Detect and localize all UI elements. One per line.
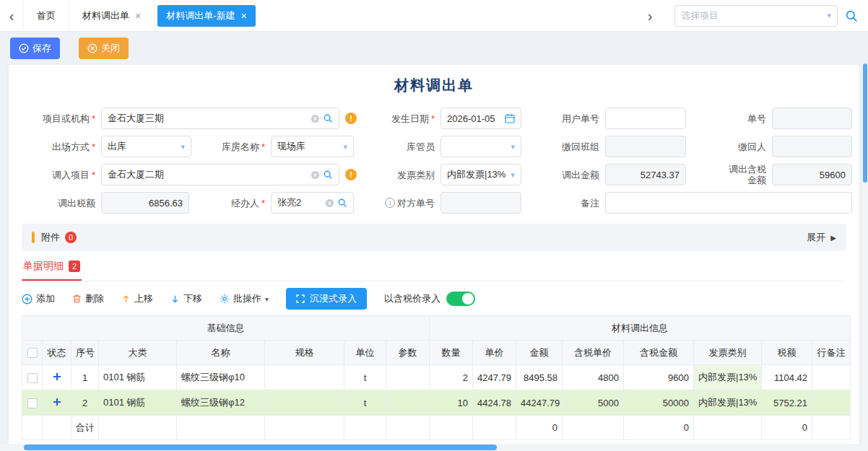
tabs-scroll-right-icon[interactable]: › [638, 0, 661, 32]
cell-category[interactable]: 0101 钢筋 [99, 365, 177, 390]
move-down-button[interactable]: 下移 [170, 292, 202, 305]
row-checkbox[interactable] [27, 373, 38, 383]
occur-date-field[interactable] [440, 108, 521, 129]
tabs-scroll-left-icon[interactable]: ‹ [0, 0, 23, 32]
project-org-field[interactable] [101, 108, 339, 129]
clear-icon[interactable] [311, 170, 320, 180]
calendar-icon[interactable] [505, 113, 515, 123]
cell-invoice[interactable]: 内部发票|13% [694, 365, 762, 390]
return-person-label: 缴回人 [686, 141, 772, 152]
out-method-select[interactable]: 出库 ▾ [101, 136, 191, 157]
close-icon[interactable]: × [241, 10, 247, 22]
user-no-label: 用户单号 [521, 113, 605, 124]
tab-home[interactable]: 首页 [23, 0, 69, 32]
occur-date-input[interactable] [447, 113, 502, 124]
close-form-button[interactable]: 关闭 [79, 38, 129, 59]
row-checkbox[interactable] [27, 398, 38, 408]
clear-icon[interactable] [311, 114, 320, 123]
expand-toggle[interactable]: 展开 ▶ [807, 231, 836, 244]
search-icon[interactable] [323, 170, 333, 180]
cell-tax-price[interactable]: 4800 [563, 365, 624, 390]
table-row[interactable]: 1 0101 钢筋 螺纹三级钢φ10 t 2 4247.79 8495.58 4… [22, 365, 851, 390]
select-all-checkbox[interactable] [27, 348, 38, 358]
immersive-entry-button[interactable]: 沉浸式录入 [286, 288, 367, 310]
col-remark: 行备注 [812, 341, 851, 365]
user-no-input[interactable] [612, 113, 680, 124]
col-param: 参数 [386, 341, 430, 365]
in-project-input[interactable] [108, 170, 308, 180]
tax-price-toggle-label: 以含税价录入 [384, 292, 440, 305]
info-icon[interactable]: ! [345, 113, 357, 124]
total-label: 合计 [71, 416, 99, 440]
project-select[interactable]: ▾ [674, 5, 838, 27]
remark-field[interactable] [605, 192, 852, 214]
keeper-label: 库管员 [354, 141, 440, 152]
cell-unit[interactable]: t [344, 390, 386, 416]
cell-unit[interactable]: t [344, 365, 386, 390]
cell-price[interactable]: 4424.78 [473, 390, 516, 416]
remark-label: 备注 [521, 198, 605, 209]
col-tax: 税额 [762, 341, 812, 365]
cell-invoice[interactable]: 内部发票|13% [694, 390, 762, 416]
tab-material-out-new[interactable]: 材料调出单-新建 × [157, 5, 256, 27]
cell-spec[interactable] [265, 390, 344, 416]
out-tax-field [101, 192, 189, 214]
cell-price[interactable]: 4247.79 [473, 365, 516, 390]
invoice-type-select[interactable]: 内部发票|13% ▾ [440, 164, 521, 185]
move-up-button[interactable]: 上移 [121, 292, 153, 305]
cell-category[interactable]: 0101 钢筋 [99, 390, 177, 416]
attachment-label: 附件 [41, 231, 60, 244]
keeper-select[interactable]: ▾ [440, 136, 521, 157]
remark-input[interactable] [612, 198, 846, 209]
handler-field[interactable] [271, 192, 354, 214]
horizontal-scrollbar-thumb[interactable] [24, 445, 497, 450]
cell-remark[interactable] [812, 365, 851, 390]
tab-detail-lines[interactable]: 单据明细 2 [22, 260, 82, 281]
info-icon[interactable]: ! [345, 169, 357, 180]
cell-tax-price[interactable]: 5000 [563, 390, 624, 416]
check-circle-icon [19, 43, 29, 53]
insert-row-icon[interactable] [53, 372, 61, 381]
cell-name[interactable]: 螺纹三级钢φ10 [177, 365, 265, 390]
search-icon[interactable] [337, 198, 347, 208]
user-no-field[interactable] [605, 108, 686, 129]
cell-name[interactable]: 螺纹三级钢φ12 [177, 390, 265, 416]
insert-row-icon[interactable] [53, 398, 61, 406]
delete-row-button[interactable]: 删除 [72, 292, 104, 305]
handler-input[interactable] [277, 198, 322, 209]
form-card: 材料调出单 项目或机构* ! 发生日期* 用户单号 单号 [9, 65, 859, 450]
in-project-field[interactable] [101, 164, 339, 185]
cell-seq: 2 [71, 390, 99, 416]
cell-tax-amount[interactable]: 50000 [624, 390, 694, 416]
table-toolbar: 添加 删除 上移 下移 批操作 ▾ 沉浸式录入 [22, 288, 846, 310]
add-row-button[interactable]: 添加 [22, 292, 55, 305]
cell-param[interactable] [386, 390, 430, 416]
cell-remark[interactable] [812, 390, 851, 416]
help-icon[interactable]: i [385, 198, 395, 208]
required-asterisk: * [431, 113, 435, 124]
attachment-section[interactable]: 附件 0 展开 ▶ [22, 224, 846, 251]
project-select-input[interactable] [681, 10, 827, 21]
horizontal-scrollbar[interactable] [0, 444, 868, 451]
cell-qty[interactable]: 2 [430, 365, 473, 390]
tab-material-out[interactable]: 材料调出单 × [69, 0, 155, 32]
cell-qty[interactable]: 10 [430, 390, 473, 416]
close-icon[interactable]: × [135, 10, 141, 22]
x-circle-icon [87, 43, 97, 53]
search-icon[interactable] [845, 9, 858, 22]
project-org-input[interactable] [108, 113, 308, 124]
vertical-scrollbar-thumb[interactable] [863, 64, 867, 183]
out-amount-tax-field [772, 164, 852, 185]
cell-tax-amount[interactable]: 9600 [624, 365, 694, 390]
save-button[interactable]: 保存 [10, 38, 60, 59]
clear-icon[interactable] [325, 198, 334, 208]
cell-param[interactable] [386, 365, 430, 390]
table-row-selected[interactable]: 2 0101 钢筋 螺纹三级钢φ12 t 10 4424.78 44247.79… [22, 390, 851, 416]
warehouse-select[interactable]: 现场库 ▾ [271, 136, 354, 157]
col-seq: 序号 [71, 341, 99, 365]
cell-spec[interactable] [265, 365, 344, 390]
search-icon[interactable] [323, 113, 333, 123]
batch-ops-menu[interactable]: 批操作 ▾ [220, 292, 269, 305]
tax-price-toggle[interactable] [446, 292, 475, 306]
vertical-scrollbar[interactable] [862, 64, 868, 444]
